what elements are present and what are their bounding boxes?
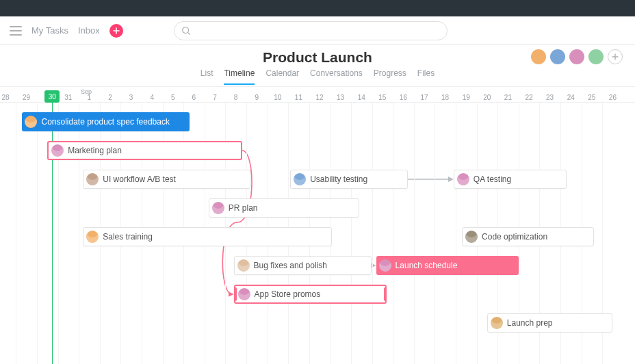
date-cell: 7 [208,94,222,101]
date-cell: 15 [376,94,389,101]
gridline [37,103,38,364]
assignee-avatar [25,116,37,128]
tab-conversations[interactable]: Conversations [310,68,363,85]
task-label: UI workflow A/B test [103,174,176,184]
date-cell: 4 [145,94,159,101]
tab-list[interactable]: List [200,68,213,85]
timeline-canvas[interactable]: Consolidate product spec feedbackMarketi… [0,103,635,364]
plus-icon [612,53,619,60]
date-cell: 16 [396,94,410,101]
nav-inbox[interactable]: Inbox [78,25,100,36]
date-cell: 1 [82,94,96,101]
task-label: App Store promos [255,289,321,299]
assignee-avatar [379,259,391,272]
date-cell: 29 [20,94,34,101]
assignee-avatar [86,231,99,243]
task-bar[interactable]: Bug fixes and polish [234,256,372,275]
plus-icon [113,27,120,34]
task-label: Launch schedule [396,261,458,270]
add-member-button[interactable] [608,49,623,64]
date-cell: 22 [522,94,536,101]
date-cell: 9 [250,94,263,101]
date-cell: 28 [0,94,12,101]
task-bar[interactable]: Launch prep [487,313,613,333]
assignee-avatar [51,144,64,157]
date-cell: 24 [564,94,578,101]
assignee-avatar [294,173,306,185]
avatar[interactable] [588,49,604,64]
gridline [372,103,373,364]
view-tabs: List Timeline Calendar Conversations Pro… [0,68,635,85]
gridline [16,103,16,364]
nav-my-tasks[interactable]: My Tasks [31,25,68,36]
assignee-avatar [457,173,469,185]
avatar[interactable] [531,49,546,64]
gridline [414,103,415,364]
task-bar[interactable]: UI workflow A/B test [83,170,250,189]
navbar: My Tasks Inbox [0,16,635,45]
date-cell: 3 [125,94,138,101]
date-cell: 18 [439,94,452,101]
date-cell: 14 [354,94,368,101]
task-bar[interactable]: Launch schedule [376,256,519,275]
assignee-avatar [491,317,503,329]
date-today[interactable]: 30 [44,90,60,103]
task-bar[interactable]: Consolidate product spec feedback [22,112,190,131]
date-cell: 23 [543,94,557,101]
assignee-avatar [237,259,250,272]
date-cell: 20 [480,94,494,101]
date-cell: 2 [103,94,117,101]
avatar[interactable] [550,49,565,64]
task-label: Sales training [103,232,153,242]
date-cell: 21 [501,94,515,101]
task-label: Usability testing [310,174,367,184]
task-bar[interactable]: Usability testing [290,170,407,189]
tab-progress[interactable]: Progress [374,68,406,85]
assignee-avatar [212,202,224,214]
task-bar[interactable]: App Store promos [234,285,387,304]
date-cell: 11 [291,94,305,101]
window-titlebar [0,0,635,16]
task-bar[interactable]: PR plan [209,198,359,218]
task-label: Bug fixes and polish [254,261,327,270]
date-cell: 13 [334,94,348,101]
tab-calendar[interactable]: Calendar [265,68,299,85]
task-bar[interactable]: Code optimization [462,227,594,246]
tab-timeline[interactable]: Timeline [224,68,255,85]
date-cell: 10 [271,94,285,101]
task-bar[interactable]: Marketing plan [47,141,242,160]
svg-line-1 [187,32,190,34]
tab-files[interactable]: Files [417,68,435,85]
menu-icon[interactable] [10,26,22,36]
gridline [456,103,456,364]
gridline [351,103,352,364]
add-button[interactable] [109,24,123,38]
date-cell: 6 [187,94,200,101]
task-label: QA testing [474,174,511,184]
date-axis: Sep2829303112345678910111213141516171819… [0,86,635,103]
resize-handle-left[interactable] [234,287,237,301]
task-label: Consolidate product spec feedback [41,117,169,127]
date-cell: 17 [417,94,431,101]
svg-point-0 [183,27,189,33]
task-label: Launch prep [507,318,553,328]
search-input[interactable] [174,21,448,40]
task-bar[interactable]: QA testing [454,170,567,189]
avatar[interactable] [569,49,584,64]
task-label: PR plan [229,203,258,213]
date-cell: 12 [313,94,326,101]
resize-handle-right[interactable] [384,287,387,301]
task-bar[interactable]: Sales training [83,227,332,246]
date-cell: 19 [459,94,473,101]
date-cell: 26 [606,94,619,101]
assignee-avatar [465,231,478,243]
search-icon [181,26,191,36]
assignee-avatar [86,173,99,185]
date-cell: 5 [166,94,180,101]
gridline [393,103,393,364]
task-label: Marketing plan [68,146,122,155]
date-cell: 8 [229,94,243,101]
date-cell: 25 [585,94,599,101]
project-members [531,49,623,64]
assignee-avatar [238,288,250,300]
